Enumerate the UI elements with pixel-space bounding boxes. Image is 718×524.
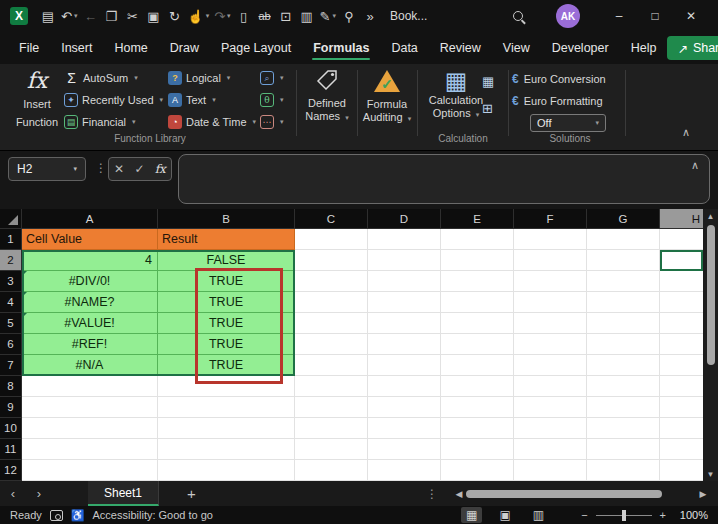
splitter-handle-icon[interactable]: ⋮ — [426, 487, 438, 501]
cell-H6[interactable] — [660, 334, 703, 355]
cell-A10[interactable] — [22, 418, 158, 439]
cell-H3[interactable] — [660, 271, 703, 292]
calculate-sheet-button[interactable]: ⊞ — [482, 101, 494, 116]
zoom-out-button[interactable]: − — [581, 509, 587, 521]
cell-E2[interactable] — [441, 250, 514, 271]
row-header-7[interactable]: 7 — [0, 355, 22, 376]
scroll-up-icon[interactable]: ▲ — [707, 209, 715, 223]
undo-icon[interactable]: ↶▾ — [59, 5, 79, 27]
camera-icon[interactable]: ⊡ — [276, 5, 296, 27]
scroll-down-icon[interactable]: ▼ — [707, 467, 715, 481]
tab-insert[interactable]: Insert — [50, 33, 103, 64]
cell-B3[interactable]: TRUE — [158, 271, 295, 292]
cell-A11[interactable] — [22, 439, 158, 460]
cell-E8[interactable] — [441, 376, 514, 397]
row-header-1[interactable]: 1 — [0, 229, 22, 250]
page-break-view-button[interactable]: ▥ — [528, 507, 549, 523]
row-header-5[interactable]: 5 — [0, 313, 22, 334]
cell-H8[interactable] — [660, 376, 703, 397]
cell-F9[interactable] — [514, 397, 587, 418]
cell-F1[interactable] — [514, 229, 587, 250]
formula-auditing-button[interactable]: ✓ Formula Auditing ▾ — [360, 70, 414, 125]
cell-D12[interactable] — [368, 460, 441, 481]
recently-used-button[interactable]: ✦ Recently Used ▾ — [64, 89, 163, 111]
cell-A1[interactable]: Cell Value — [22, 229, 158, 250]
euro-mode-dropdown[interactable]: Off ▾ — [530, 114, 606, 132]
user-avatar[interactable]: AK — [556, 4, 580, 28]
cell-F6[interactable] — [514, 334, 587, 355]
calculation-options-button[interactable]: ▦ Calculation Options ▾ — [428, 68, 484, 121]
copy-icon[interactable]: ❐ — [101, 5, 121, 27]
tab-file[interactable]: File — [8, 33, 50, 64]
cell-F3[interactable] — [514, 271, 587, 292]
cell-C1[interactable] — [295, 229, 368, 250]
insert-function-button[interactable]: fx Insert Function — [6, 68, 68, 130]
cell-B11[interactable] — [158, 439, 295, 460]
vertical-scrollbar-thumb[interactable] — [707, 225, 715, 365]
cell-E1[interactable] — [441, 229, 514, 250]
redo-icon[interactable]: ↷▾ — [212, 5, 232, 27]
logical-button[interactable]: ? Logical ▾ — [168, 67, 256, 89]
protect-find-icon[interactable]: ⚲ — [339, 5, 359, 27]
cell-E4[interactable] — [441, 292, 514, 313]
cell-C3[interactable] — [295, 271, 368, 292]
row-header-10[interactable]: 10 — [0, 418, 22, 439]
vertical-scrollbar[interactable]: ▲ ▼ — [703, 209, 718, 481]
cell-B5[interactable]: TRUE — [158, 313, 295, 334]
cell-A6[interactable]: #REF! — [22, 334, 158, 355]
cell-A3[interactable]: #DIV/0! — [22, 271, 158, 292]
cell-B2[interactable]: FALSE — [158, 250, 295, 271]
cell-H4[interactable] — [660, 292, 703, 313]
horizontal-scrollbar-thumb[interactable] — [466, 490, 662, 498]
column-header-C[interactable]: C — [295, 209, 368, 229]
more-functions-button[interactable]: ⋯ ▾ — [260, 111, 284, 133]
formula-input[interactable]: ∧ — [178, 154, 710, 204]
document-title[interactable]: Book... — [390, 9, 427, 23]
cell-E9[interactable] — [441, 397, 514, 418]
cell-G8[interactable] — [587, 376, 660, 397]
cell-C12[interactable] — [295, 460, 368, 481]
math-trig-button[interactable]: θ ▾ — [260, 89, 284, 111]
cell-D11[interactable] — [368, 439, 441, 460]
calculate-now-button[interactable]: ▦ — [482, 74, 494, 89]
column-header-B[interactable]: B — [158, 209, 295, 229]
row-header-9[interactable]: 9 — [0, 397, 22, 418]
row-header-2[interactable]: 2 — [0, 250, 22, 271]
touch-mode-icon[interactable]: ☝▾ — [185, 5, 211, 27]
minimize-button[interactable]: – — [602, 3, 636, 29]
close-button[interactable]: ✕ — [674, 3, 708, 29]
cell-F4[interactable] — [514, 292, 587, 313]
cell-D5[interactable] — [368, 313, 441, 334]
cell-G1[interactable] — [587, 229, 660, 250]
cell-E7[interactable] — [441, 355, 514, 376]
text-button[interactable]: A Text ▾ — [168, 89, 256, 111]
cell-D7[interactable] — [368, 355, 441, 376]
lookup-reference-button[interactable]: ⌕ ▾ — [260, 67, 284, 89]
cell-B9[interactable] — [158, 397, 295, 418]
tab-developer[interactable]: Developer — [541, 33, 620, 64]
cell-G2[interactable] — [587, 250, 660, 271]
row-header-12[interactable]: 12 — [0, 460, 22, 481]
column-header-A[interactable]: A — [22, 209, 158, 229]
new-file-icon[interactable]: ▯ — [234, 5, 254, 27]
next-sheet-button[interactable]: › — [26, 486, 52, 501]
tab-page-layout[interactable]: Page Layout — [210, 33, 302, 64]
strikethrough-icon[interactable]: ab — [255, 5, 275, 27]
cell-C7[interactable] — [295, 355, 368, 376]
refresh-icon[interactable]: ↻ — [164, 5, 184, 27]
cell-B8[interactable] — [158, 376, 295, 397]
cell-F11[interactable] — [514, 439, 587, 460]
tab-formulas[interactable]: Formulas — [302, 33, 380, 64]
cell-H11[interactable] — [660, 439, 703, 460]
cell-H5[interactable] — [660, 313, 703, 334]
cell-E12[interactable] — [441, 460, 514, 481]
euro-conversion-button[interactable]: € Euro Conversion — [512, 68, 622, 90]
column-header-D[interactable]: D — [368, 209, 441, 229]
sheet-tab-sheet1[interactable]: Sheet1 — [88, 481, 159, 506]
cell-D4[interactable] — [368, 292, 441, 313]
maximize-button[interactable]: □ — [638, 3, 672, 29]
horizontal-scrollbar[interactable] — [466, 488, 696, 500]
accessibility-status[interactable]: Accessibility: Good to go — [93, 509, 213, 521]
cell-B6[interactable]: TRUE — [158, 334, 295, 355]
row-header-8[interactable]: 8 — [0, 376, 22, 397]
